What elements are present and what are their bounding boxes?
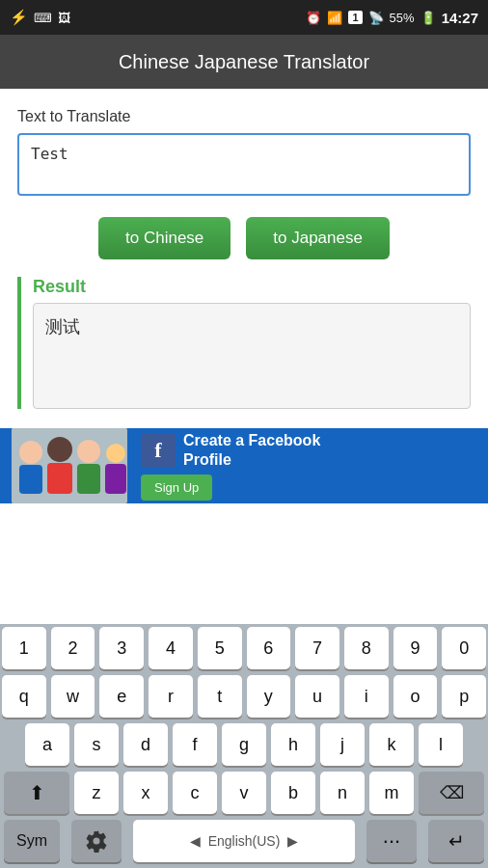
key-k[interactable]: k	[369, 723, 414, 766]
key-z[interactable]: z	[74, 772, 119, 814]
ad-content: f Create a FacebookProfile Sign Up	[127, 431, 476, 500]
keyboard-bottom-row: Sym ◀ English(US) ▶ ··· ↵	[0, 817, 488, 868]
lang-arrow-left: ◀	[190, 833, 201, 849]
battery-level: 55%	[390, 11, 415, 25]
key-l[interactable]: l	[419, 723, 463, 766]
key-d[interactable]: d	[123, 723, 168, 766]
key-2[interactable]: 2	[51, 627, 95, 669]
period-key[interactable]: ···	[366, 820, 417, 862]
signal-icon: 📡	[368, 11, 384, 25]
svg-point-3	[47, 437, 72, 462]
key-g[interactable]: g	[222, 723, 266, 766]
alarm-icon: ⏰	[306, 11, 321, 25]
keyboard: 1 2 3 4 5 6 7 8 9 0 q w e r t y u i o p …	[0, 624, 488, 868]
app-header: Chinese Japanese Translator	[0, 35, 488, 89]
sign-up-button[interactable]: Sign Up	[141, 475, 212, 501]
input-label: Text to Translate	[17, 108, 471, 125]
to-chinese-button[interactable]: to Chinese	[98, 217, 230, 259]
key-q[interactable]: q	[2, 675, 46, 718]
wifi-icon: 📶	[327, 11, 342, 25]
key-4[interactable]: 4	[149, 627, 193, 669]
keyboard-row-zxcv: ⬆ z x c v b n m ⌫	[0, 769, 488, 817]
image-icon: 🖼	[58, 11, 70, 25]
key-5[interactable]: 5	[198, 627, 242, 669]
status-bar: ⚡ ⌨ 🖼 ⏰ 📶 1 📡 55% 🔋 14:27	[0, 0, 488, 35]
gear-icon	[85, 829, 108, 853]
key-1[interactable]: 1	[2, 627, 46, 669]
key-x[interactable]: x	[123, 772, 168, 814]
key-v[interactable]: v	[222, 772, 266, 814]
enter-key[interactable]: ↵	[428, 820, 484, 862]
key-9[interactable]: 9	[393, 627, 438, 669]
key-h[interactable]: h	[271, 723, 315, 766]
key-o[interactable]: o	[393, 675, 438, 718]
result-section: Result 测试	[17, 277, 471, 409]
keyboard-icon: ⌨	[34, 11, 52, 25]
keyboard-row-qwerty: q w e r t y u i o p	[0, 672, 488, 720]
usb-icon: ⚡	[10, 9, 28, 26]
status-right-icons: ⏰ 📶 1 📡 55% 🔋 14:27	[306, 10, 478, 26]
facebook-logo: f	[141, 433, 176, 468]
battery-icon: 🔋	[420, 11, 436, 25]
people-svg	[12, 428, 127, 503]
key-c[interactable]: c	[173, 772, 217, 814]
result-label: Result	[33, 277, 471, 297]
key-w[interactable]: w	[51, 675, 95, 718]
key-y[interactable]: y	[247, 675, 291, 718]
key-a[interactable]: a	[25, 723, 69, 766]
main-content: Text to Translate Test to Chinese to Jap…	[0, 89, 488, 428]
to-japanese-button[interactable]: to Japanese	[246, 217, 390, 259]
keyboard-row-numbers: 1 2 3 4 5 6 7 8 9 0	[0, 624, 488, 672]
svg-rect-2	[19, 465, 42, 494]
key-8[interactable]: 8	[344, 627, 389, 669]
key-e[interactable]: e	[99, 675, 144, 718]
sym-key[interactable]: Sym	[4, 820, 60, 862]
lang-label: English(US)	[208, 833, 281, 849]
app-title: Chinese Japanese Translator	[119, 51, 369, 73]
svg-rect-8	[105, 464, 126, 494]
svg-point-7	[106, 444, 125, 463]
svg-point-5	[77, 440, 100, 463]
status-left-icons: ⚡ ⌨ 🖼	[10, 9, 70, 26]
svg-rect-6	[77, 464, 100, 494]
key-r[interactable]: r	[149, 675, 193, 718]
shift-key[interactable]: ⬆	[4, 772, 69, 814]
key-m[interactable]: m	[369, 772, 414, 814]
translate-input[interactable]: Test	[17, 133, 471, 196]
lang-arrow-right: ▶	[287, 833, 298, 849]
key-n[interactable]: n	[320, 772, 365, 814]
keyboard-row-asdf: a s d f g h j k l	[0, 720, 488, 769]
key-p[interactable]: p	[442, 675, 486, 718]
key-3[interactable]: 3	[99, 627, 144, 669]
time-display: 14:27	[442, 10, 478, 26]
result-box: 测试	[33, 303, 471, 409]
key-i[interactable]: i	[344, 675, 389, 718]
key-j[interactable]: j	[320, 723, 365, 766]
key-b[interactable]: b	[271, 772, 315, 814]
sim-icon: 1	[348, 11, 362, 24]
key-7[interactable]: 7	[295, 627, 339, 669]
ad-banner[interactable]: f Create a FacebookProfile Sign Up	[0, 428, 488, 503]
language-selector[interactable]: ◀ English(US) ▶	[133, 820, 355, 862]
key-u[interactable]: u	[295, 675, 339, 718]
key-0[interactable]: 0	[442, 627, 486, 669]
key-s[interactable]: s	[74, 723, 119, 766]
ad-text: Create a FacebookProfile	[183, 431, 320, 468]
result-text: 测试	[45, 317, 80, 337]
key-f[interactable]: f	[173, 723, 217, 766]
ad-people-image	[12, 428, 127, 503]
settings-key[interactable]	[71, 820, 122, 862]
svg-rect-4	[47, 463, 72, 494]
svg-point-1	[19, 441, 42, 464]
key-t[interactable]: t	[198, 675, 242, 718]
key-6[interactable]: 6	[247, 627, 291, 669]
backspace-key[interactable]: ⌫	[419, 772, 484, 814]
button-row: to Chinese to Japanese	[17, 217, 471, 259]
